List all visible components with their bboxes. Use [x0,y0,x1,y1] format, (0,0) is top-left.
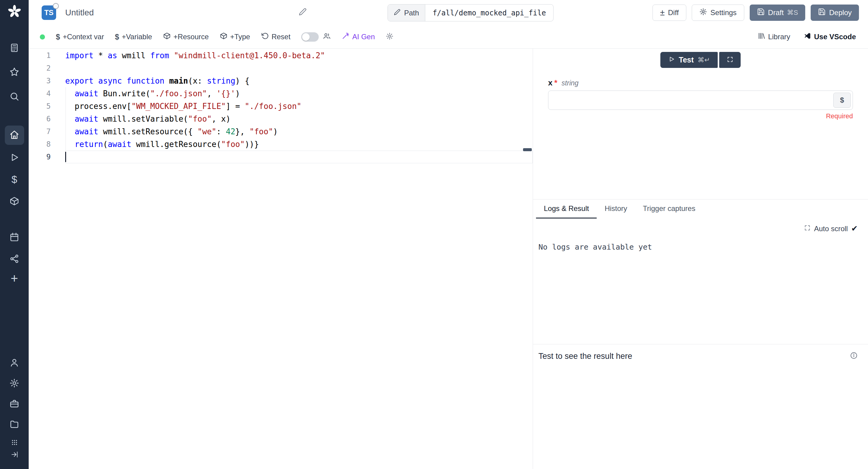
sidebar-item-apps[interactable] [7,41,22,56]
sidebar-item-home[interactable] [5,126,24,145]
star-icon [9,67,19,78]
library-button[interactable]: Library [757,32,790,42]
sidebar-item-schedules[interactable] [7,230,22,245]
people-icon [323,32,331,42]
calendar-icon [9,232,19,243]
draft-button[interactable]: Draft ⌘S [750,4,806,21]
use-vscode-button[interactable]: Use VScode [803,32,856,42]
sidebar-item-settings[interactable] [7,376,22,391]
sidebar-item-resources[interactable] [7,194,22,209]
script-title[interactable]: Untitled [65,8,94,18]
package-icon [9,196,19,207]
editor-settings-gear-icon[interactable] [386,32,394,41]
sidebar-item-account[interactable] [7,356,22,370]
info-icon[interactable] [850,352,858,361]
auto-scroll-label[interactable]: Auto scroll [814,224,848,233]
draft-label: Draft [768,8,784,17]
sidebar-item-favorites[interactable] [7,65,22,80]
gear-icon [9,378,19,389]
tab-logs-result[interactable]: Logs & Result [536,199,597,219]
code-editor[interactable]: 123456789 import * as wmill from "windmi… [29,49,533,469]
arrow-right-icon [10,450,19,460]
sidebar-item-search[interactable] [7,90,22,104]
line-number[interactable]: 6 [29,113,65,125]
line-numbers[interactable]: 123456789 [29,49,65,469]
run-panel: Test ⌘↵ x* string [533,49,868,469]
topbar: TS Untitled Path f/all/demo_mocked_api_f… [29,0,868,25]
path-value[interactable]: f/all/demo_mocked_api_file [425,4,553,21]
line-number[interactable]: 7 [29,125,65,138]
user-icon [9,357,19,369]
test-label: Test [679,56,694,64]
editor-toolbar: $ +Context var $ +Variable +Resource [29,25,868,49]
code-lines: import * as wmill from "windmill-client@… [65,49,533,163]
line-number[interactable]: 8 [29,138,65,151]
arg-x-input[interactable] [548,91,853,110]
line-number[interactable]: 5 [29,100,65,113]
language-badge-indicator [53,3,59,9]
code-line[interactable] [65,62,533,74]
tab-trigger-captures[interactable]: Trigger captures [635,199,703,219]
plus-icon: + [10,272,18,285]
code-line[interactable]: await wmill.setResource({ "we": 42}, "fo… [65,125,533,138]
sidebar-item-folders[interactable] [7,417,22,432]
add-resource-label: +Resource [174,33,209,41]
search-icon [9,91,19,103]
scrollbar-marker[interactable] [523,148,532,151]
line-number[interactable]: 4 [29,87,65,100]
deploy-label: Deploy [829,8,852,17]
line-number[interactable]: 1 [29,49,65,62]
windmill-script-editor: $ + [0,0,868,469]
code-line[interactable]: export async function main(x: string) { [65,74,533,87]
required-asterisk: * [554,78,557,88]
expand-icon [727,56,734,64]
edit-path-button[interactable]: Path [388,4,425,21]
package-icon [163,32,171,42]
sidebar-item-runs[interactable] [7,151,22,165]
sidebar-item-triggers[interactable] [7,252,22,267]
logs-area: Auto scroll ✔ No logs are available yet [533,219,868,344]
gear-icon [699,8,707,18]
code-line[interactable]: process.env["WM_MOCKED_API_FILE"] = "./f… [65,100,533,113]
add-variable-button[interactable]: $ +Variable [115,33,152,41]
line-number[interactable]: 9 [29,151,65,163]
library-icon [757,32,765,42]
deploy-button[interactable]: Deploy [811,4,859,21]
sidebar-item-grid[interactable] [7,437,22,449]
multiplayer-toggle[interactable] [301,32,319,42]
test-button[interactable]: Test ⌘↵ [660,52,718,68]
add-type-button[interactable]: +Type [220,32,250,42]
draft-shortcut: ⌘S [787,9,798,17]
windmill-logo-icon[interactable] [7,4,22,19]
sidebar-collapse[interactable] [7,450,22,461]
line-number[interactable]: 2 [29,62,65,74]
diff-button[interactable]: ± Diff [652,4,686,21]
add-context-var-button[interactable]: $ +Context var [56,33,104,41]
code-line[interactable]: await wmill.setVariable("foo", x) [65,113,533,125]
code-line[interactable]: await Bun.write("./foo.json", '{}') [65,87,533,100]
home-icon [9,130,19,141]
sidebar-item-variables[interactable]: $ [7,172,22,187]
edit-title-pencil-icon[interactable] [299,8,307,17]
check-icon[interactable]: ✔ [851,224,858,233]
expand-logs-icon[interactable] [804,224,811,233]
code-line[interactable] [65,151,533,163]
arg-name: x [548,78,552,88]
calculator-icon [9,43,19,54]
code-line[interactable]: return(await wmill.getResource("foo"))} [65,138,533,151]
sidebar-item-workers[interactable] [7,397,22,411]
insert-variable-button[interactable]: $ [833,93,851,108]
reset-button[interactable]: Reset [261,32,291,42]
save-icon [818,8,826,18]
sidebar-item-create[interactable]: + [7,271,22,286]
reset-label: Reset [272,33,291,41]
test-fullscreen-button[interactable] [719,52,741,68]
ai-gen-button[interactable]: AI Gen [342,32,375,42]
tab-history[interactable]: History [597,199,635,219]
settings-button[interactable]: Settings [692,4,744,21]
add-resource-button[interactable]: +Resource [163,32,209,42]
code-line[interactable]: import * as wmill from "windmill-client@… [65,49,533,62]
sidebar: $ + [0,0,29,469]
vscode-icon [803,32,811,42]
line-number[interactable]: 3 [29,74,65,87]
